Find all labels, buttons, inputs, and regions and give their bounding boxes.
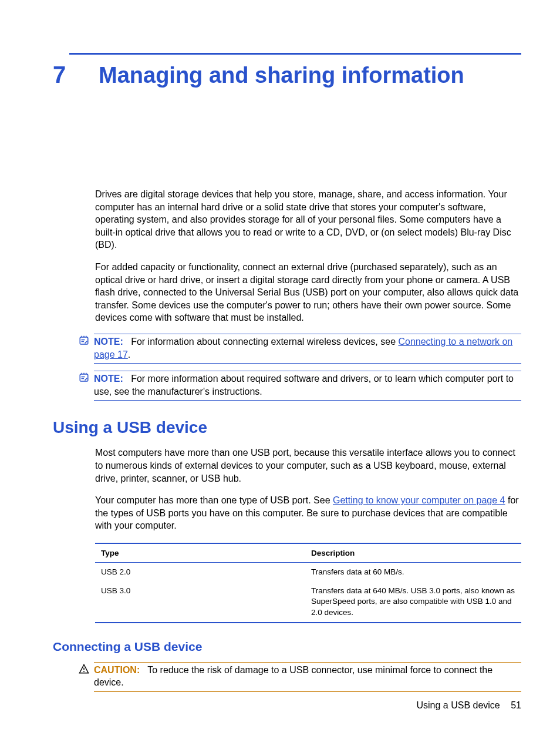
- note-1: NOTE: For information about connecting e…: [79, 334, 521, 364]
- svg-rect-1: [80, 374, 88, 381]
- table-cell-type: USB 2.0: [95, 563, 305, 582]
- usb-paragraph-1: Most computers have more than one USB po…: [95, 446, 521, 485]
- caution-text: To reduce the risk of damage to a USB co…: [94, 665, 492, 688]
- table-cell-desc: Transfers data at 60 MB/s.: [305, 563, 521, 582]
- table-row: USB 3.0 Transfers data at 640 MB/s. USB …: [95, 582, 521, 622]
- heading-connecting-usb: Connecting a USB device: [53, 640, 521, 654]
- usb-paragraph-2: Your computer has more than one type of …: [95, 494, 521, 532]
- chapter-heading: 7 Managing and sharing information: [53, 62, 521, 88]
- note-2: NOTE: For more information about require…: [79, 371, 521, 401]
- note-label: NOTE:: [94, 374, 123, 384]
- note-label: NOTE:: [94, 337, 123, 347]
- svg-rect-0: [80, 337, 88, 344]
- table-cell-type: USB 3.0: [95, 582, 305, 622]
- footer-page-number: 51: [511, 700, 521, 710]
- note-icon: [79, 335, 89, 346]
- warning-icon: [79, 664, 89, 674]
- usb-table: Type Description USB 2.0 Transfers data …: [95, 543, 521, 623]
- intro-paragraph-1: Drives are digital storage devices that …: [95, 188, 521, 251]
- footer-text: Using a USB device: [416, 700, 500, 710]
- chapter-number: 7: [53, 62, 82, 88]
- svg-point-2: [83, 671, 85, 672]
- note-icon: [79, 372, 89, 383]
- table-row: USB 2.0 Transfers data at 60 MB/s.: [95, 563, 521, 582]
- note-1-pre: For information about connecting externa…: [131, 337, 398, 347]
- caution-label: CAUTION:: [94, 665, 140, 675]
- caution: CAUTION: To reduce the risk of damage to…: [79, 662, 521, 692]
- note-2-text: For more information about required soft…: [94, 374, 514, 396]
- note-1-post: .: [128, 350, 130, 359]
- intro-paragraph-2: For added capacity or functionality, con…: [95, 261, 521, 324]
- table-cell-desc: Transfers data at 640 MB/s. USB 3.0 port…: [305, 582, 521, 622]
- link-getting-to-know[interactable]: Getting to know your computer on page 4: [333, 495, 505, 505]
- table-head-desc: Description: [305, 544, 521, 563]
- page-footer: Using a USB device 51: [416, 700, 521, 711]
- table-head-type: Type: [95, 544, 305, 563]
- chapter-title: Managing and sharing information: [99, 63, 464, 88]
- heading-using-usb: Using a USB device: [53, 418, 521, 437]
